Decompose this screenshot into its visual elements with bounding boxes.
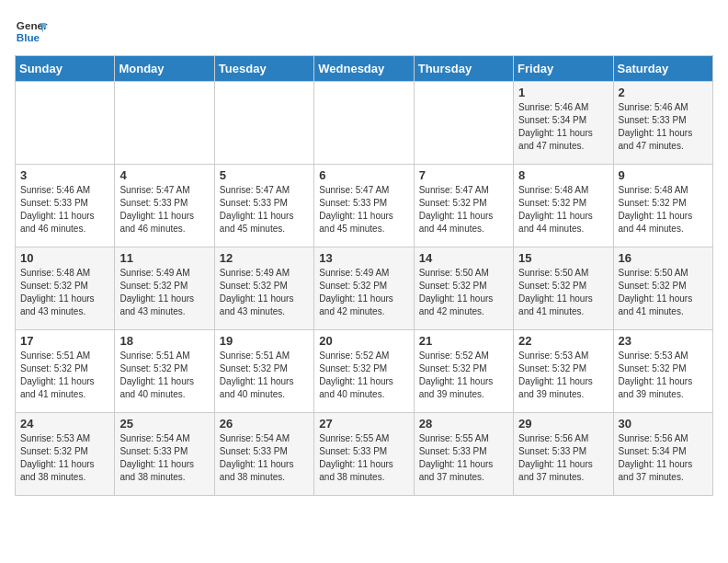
calendar-cell: 2Sunrise: 5:46 AMSunset: 5:33 PMDaylight… [613, 82, 712, 165]
day-number: 30 [619, 417, 708, 431]
day-number: 10 [20, 251, 109, 265]
day-number: 18 [119, 334, 209, 348]
weekday-header-friday: Friday [514, 56, 613, 82]
day-number: 29 [518, 417, 608, 431]
day-number: 17 [20, 334, 109, 348]
day-info: Sunrise: 5:53 AMSunset: 5:32 PMDaylight:… [619, 350, 708, 401]
calendar-cell [414, 82, 513, 165]
day-number: 26 [220, 417, 309, 431]
weekday-header-thursday: Thursday [414, 56, 513, 82]
day-number: 1 [518, 86, 608, 99]
calendar-cell: 12Sunrise: 5:49 AMSunset: 5:32 PMDayligh… [214, 247, 313, 330]
calendar-cell: 25Sunrise: 5:54 AMSunset: 5:33 PMDayligh… [115, 413, 214, 496]
day-info: Sunrise: 5:56 AMSunset: 5:33 PMDaylight:… [518, 432, 608, 484]
day-info: Sunrise: 5:56 AMSunset: 5:34 PMDaylight:… [619, 432, 708, 484]
day-number: 7 [419, 168, 508, 182]
calendar-cell [314, 82, 414, 165]
day-number: 16 [619, 251, 708, 265]
calendar-cell: 22Sunrise: 5:53 AMSunset: 5:32 PMDayligh… [514, 330, 613, 413]
calendar-cell: 5Sunrise: 5:47 AMSunset: 5:33 PMDaylight… [214, 165, 313, 247]
week-row-3: 10Sunrise: 5:48 AMSunset: 5:32 PMDayligh… [16, 247, 713, 330]
calendar-cell: 11Sunrise: 5:49 AMSunset: 5:32 PMDayligh… [115, 247, 214, 330]
weekday-header-monday: Monday [115, 56, 214, 82]
day-number: 8 [518, 168, 608, 182]
svg-text:Blue: Blue [17, 31, 40, 43]
day-info: Sunrise: 5:46 AMSunset: 5:34 PMDaylight:… [518, 101, 608, 153]
week-row-1: 1Sunrise: 5:46 AMSunset: 5:34 PMDaylight… [16, 82, 713, 165]
weekday-header-row: SundayMondayTuesdayWednesdayThursdayFrid… [16, 56, 713, 82]
calendar-cell: 16Sunrise: 5:50 AMSunset: 5:32 PMDayligh… [613, 247, 712, 330]
day-info: Sunrise: 5:46 AMSunset: 5:33 PMDaylight:… [619, 101, 708, 153]
day-number: 22 [518, 334, 608, 348]
page-header: General Blue [15, 15, 713, 48]
day-info: Sunrise: 5:51 AMSunset: 5:32 PMDaylight:… [220, 350, 309, 401]
calendar-cell: 30Sunrise: 5:56 AMSunset: 5:34 PMDayligh… [613, 413, 712, 496]
day-number: 6 [319, 168, 408, 182]
weekday-header-wednesday: Wednesday [314, 56, 414, 82]
calendar-cell: 8Sunrise: 5:48 AMSunset: 5:32 PMDaylight… [514, 165, 613, 247]
calendar-cell: 20Sunrise: 5:52 AMSunset: 5:32 PMDayligh… [314, 330, 414, 413]
day-info: Sunrise: 5:48 AMSunset: 5:32 PMDaylight:… [619, 184, 708, 236]
day-info: Sunrise: 5:50 AMSunset: 5:32 PMDaylight:… [619, 267, 708, 318]
day-info: Sunrise: 5:49 AMSunset: 5:32 PMDaylight:… [319, 267, 408, 318]
day-info: Sunrise: 5:52 AMSunset: 5:32 PMDaylight:… [319, 350, 408, 401]
day-info: Sunrise: 5:47 AMSunset: 5:33 PMDaylight:… [220, 184, 309, 236]
calendar-cell: 1Sunrise: 5:46 AMSunset: 5:34 PMDaylight… [514, 82, 613, 165]
weekday-header-sunday: Sunday [16, 56, 115, 82]
day-number: 25 [119, 417, 209, 431]
day-info: Sunrise: 5:51 AMSunset: 5:32 PMDaylight:… [20, 350, 109, 401]
calendar-cell: 19Sunrise: 5:51 AMSunset: 5:32 PMDayligh… [214, 330, 313, 413]
day-info: Sunrise: 5:50 AMSunset: 5:32 PMDaylight:… [518, 267, 608, 318]
day-number: 11 [119, 251, 209, 265]
calendar-cell: 9Sunrise: 5:48 AMSunset: 5:32 PMDaylight… [613, 165, 712, 247]
day-number: 12 [220, 251, 309, 265]
day-number: 14 [419, 251, 508, 265]
day-info: Sunrise: 5:50 AMSunset: 5:32 PMDaylight:… [419, 267, 508, 318]
day-info: Sunrise: 5:46 AMSunset: 5:33 PMDaylight:… [20, 184, 109, 236]
day-number: 5 [220, 168, 309, 182]
calendar-cell: 4Sunrise: 5:47 AMSunset: 5:33 PMDaylight… [115, 165, 214, 247]
day-number: 9 [619, 168, 708, 182]
calendar-cell [115, 82, 214, 165]
day-info: Sunrise: 5:52 AMSunset: 5:32 PMDaylight:… [419, 350, 508, 401]
day-number: 13 [319, 251, 408, 265]
calendar-cell [16, 82, 115, 165]
calendar-cell: 14Sunrise: 5:50 AMSunset: 5:32 PMDayligh… [414, 247, 513, 330]
calendar-cell: 6Sunrise: 5:47 AMSunset: 5:33 PMDaylight… [314, 165, 414, 247]
day-info: Sunrise: 5:47 AMSunset: 5:33 PMDaylight:… [119, 184, 209, 236]
day-number: 28 [419, 417, 508, 431]
day-info: Sunrise: 5:53 AMSunset: 5:32 PMDaylight:… [20, 432, 109, 484]
calendar-cell: 26Sunrise: 5:54 AMSunset: 5:33 PMDayligh… [214, 413, 313, 496]
day-number: 24 [20, 417, 109, 431]
calendar-cell: 15Sunrise: 5:50 AMSunset: 5:32 PMDayligh… [514, 247, 613, 330]
day-number: 23 [619, 334, 708, 348]
weekday-header-tuesday: Tuesday [214, 56, 313, 82]
calendar-cell: 13Sunrise: 5:49 AMSunset: 5:32 PMDayligh… [314, 247, 414, 330]
day-number: 4 [119, 168, 209, 182]
logo: General Blue [15, 15, 48, 48]
day-info: Sunrise: 5:51 AMSunset: 5:32 PMDaylight:… [119, 350, 209, 401]
calendar-cell [214, 82, 313, 165]
day-info: Sunrise: 5:54 AMSunset: 5:33 PMDaylight:… [119, 432, 209, 484]
day-number: 3 [20, 168, 109, 182]
calendar-cell: 23Sunrise: 5:53 AMSunset: 5:32 PMDayligh… [613, 330, 712, 413]
calendar-cell: 7Sunrise: 5:47 AMSunset: 5:32 PMDaylight… [414, 165, 513, 247]
weekday-header-saturday: Saturday [613, 56, 712, 82]
day-number: 20 [319, 334, 408, 348]
day-info: Sunrise: 5:49 AMSunset: 5:32 PMDaylight:… [119, 267, 209, 318]
calendar-table: SundayMondayTuesdayWednesdayThursdayFrid… [15, 55, 713, 496]
day-number: 2 [619, 86, 708, 99]
calendar-cell: 29Sunrise: 5:56 AMSunset: 5:33 PMDayligh… [514, 413, 613, 496]
calendar-cell: 21Sunrise: 5:52 AMSunset: 5:32 PMDayligh… [414, 330, 513, 413]
calendar-cell: 17Sunrise: 5:51 AMSunset: 5:32 PMDayligh… [16, 330, 115, 413]
calendar-cell: 24Sunrise: 5:53 AMSunset: 5:32 PMDayligh… [16, 413, 115, 496]
calendar-cell: 27Sunrise: 5:55 AMSunset: 5:33 PMDayligh… [314, 413, 414, 496]
day-info: Sunrise: 5:47 AMSunset: 5:33 PMDaylight:… [319, 184, 408, 236]
day-info: Sunrise: 5:49 AMSunset: 5:32 PMDaylight:… [220, 267, 309, 318]
day-info: Sunrise: 5:54 AMSunset: 5:33 PMDaylight:… [220, 432, 309, 484]
day-info: Sunrise: 5:53 AMSunset: 5:32 PMDaylight:… [518, 350, 608, 401]
week-row-5: 24Sunrise: 5:53 AMSunset: 5:32 PMDayligh… [16, 413, 713, 496]
calendar-cell: 18Sunrise: 5:51 AMSunset: 5:32 PMDayligh… [115, 330, 214, 413]
day-number: 19 [220, 334, 309, 348]
logo-icon: General Blue [15, 15, 48, 48]
